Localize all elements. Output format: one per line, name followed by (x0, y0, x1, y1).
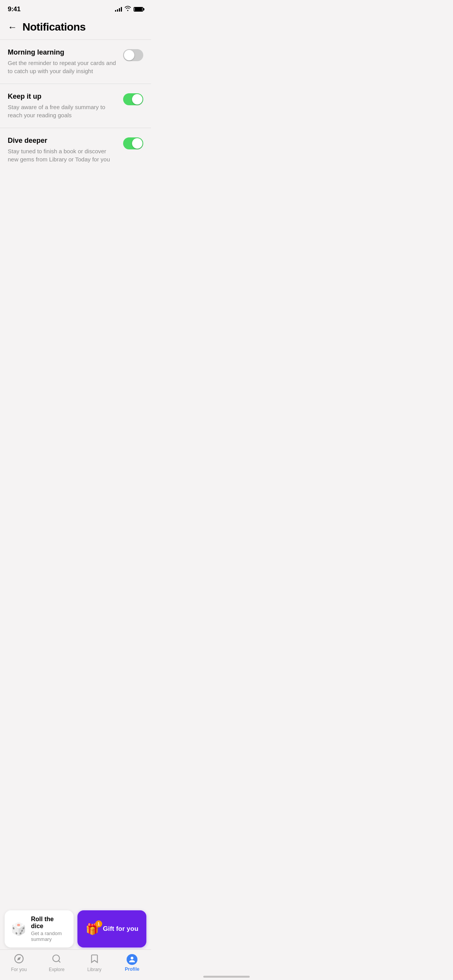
header: ← Notifications (0, 16, 151, 40)
notifications-list: Morning learning Get the reminder to rep… (0, 40, 151, 172)
notification-morning-learning: Morning learning Get the reminder to rep… (0, 40, 151, 84)
status-bar: 9:41 (0, 0, 151, 16)
morning-learning-toggle[interactable] (123, 49, 143, 61)
notification-dive-deeper-title: Dive deeper (8, 137, 117, 145)
battery-icon (134, 7, 143, 12)
status-time: 9:41 (8, 5, 21, 13)
notification-dive-deeper-desc: Stay tuned to finish a book or discover … (8, 147, 117, 163)
signal-icon (115, 7, 122, 12)
status-icons (115, 6, 143, 13)
page-title: Notifications (22, 21, 86, 33)
notification-keep-it-up-desc: Stay aware of a free daily summary to re… (8, 103, 117, 119)
notification-morning-learning-title: Morning learning (8, 48, 117, 57)
notification-keep-it-up-title: Keep it up (8, 93, 117, 101)
notification-keep-it-up: Keep it up Stay aware of a free daily su… (0, 84, 151, 128)
back-button[interactable]: ← (8, 22, 17, 33)
notification-dive-deeper: Dive deeper Stay tuned to finish a book … (0, 128, 151, 172)
notification-morning-learning-text: Morning learning Get the reminder to rep… (8, 48, 117, 75)
notification-morning-learning-desc: Get the reminder to repeat your cards an… (8, 59, 117, 75)
dive-deeper-toggle[interactable] (123, 137, 143, 149)
keep-it-up-toggle[interactable] (123, 93, 143, 105)
notification-dive-deeper-text: Dive deeper Stay tuned to finish a book … (8, 137, 117, 163)
notification-keep-it-up-text: Keep it up Stay aware of a free daily su… (8, 93, 117, 119)
wifi-icon (124, 6, 131, 13)
